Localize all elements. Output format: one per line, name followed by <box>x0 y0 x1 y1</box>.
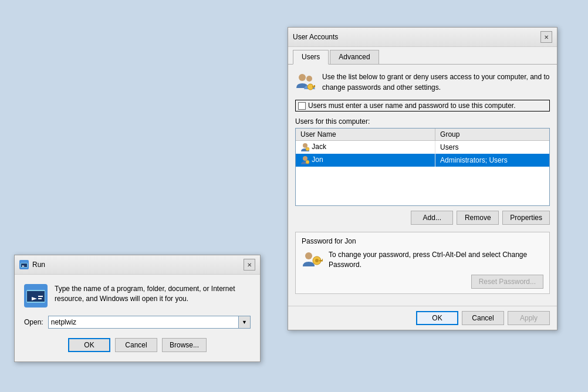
ua-content: Use the list below to grant or deny user… <box>288 65 557 306</box>
run-close-button[interactable]: ✕ <box>244 259 255 271</box>
svg-rect-13 <box>312 86 315 87</box>
tab-advanced[interactable]: Advanced <box>330 50 379 65</box>
svg-rect-8 <box>38 296 43 297</box>
col-username: User Name <box>296 129 435 141</box>
properties-button[interactable]: Properties <box>502 211 550 225</box>
svg-point-18 <box>306 160 309 164</box>
run-browse-button[interactable]: Browse... <box>162 338 207 352</box>
ua-ok-button[interactable]: OK <box>416 311 458 325</box>
run-open-input-wrap: ▼ <box>48 316 251 329</box>
ua-titlebar: User Accounts ✕ <box>288 28 557 47</box>
ua-checkbox-row[interactable]: Users must enter a user name and passwor… <box>295 100 550 111</box>
run-open-input[interactable] <box>48 316 239 329</box>
run-open-row: Open: ▼ <box>24 316 251 329</box>
run-body: Type the name of a program, folder, docu… <box>15 275 260 361</box>
run-large-icon <box>24 284 48 307</box>
run-title-icon <box>19 260 29 269</box>
ua-action-buttons: Add... Remove Properties <box>295 211 550 225</box>
svg-point-19 <box>305 252 312 259</box>
table-row-empty <box>296 180 549 192</box>
svg-point-11 <box>306 76 312 82</box>
ua-password-title: Password for Jon <box>302 237 543 245</box>
ua-tabs: Users Advanced <box>288 47 557 65</box>
ua-password-btn-row: Reset Password... <box>329 275 543 289</box>
user-name-cell: Jack <box>296 141 435 154</box>
add-button[interactable]: Add... <box>411 211 453 225</box>
run-description: Type the name of a program, folder, docu… <box>55 284 251 304</box>
run-open-dropdown[interactable]: ▼ <box>239 316 251 329</box>
ua-section-label: Users for this computer: <box>295 117 550 126</box>
ua-table: User Name Group <box>296 129 549 205</box>
table-row[interactable]: Jon Administrators; Users <box>296 154 549 167</box>
run-dialog: Run ✕ Type the name of a program, folder… <box>14 255 261 362</box>
run-ok-button[interactable]: OK <box>68 338 110 352</box>
svg-rect-23 <box>322 259 323 261</box>
ua-password-content: To change your password, press Ctrl-Alt-… <box>302 250 543 289</box>
run-buttons: OK Cancel Browse... <box>24 338 251 352</box>
ua-checkbox-label: Users must enter a user name and passwor… <box>308 102 516 110</box>
ua-apply-button[interactable]: Apply <box>508 311 550 325</box>
run-titlebar: Run ✕ <box>15 255 260 275</box>
svg-rect-2 <box>21 263 27 267</box>
ua-table-container: User Name Group <box>295 128 550 206</box>
ua-bottom-buttons: OK Cancel Apply <box>288 306 557 330</box>
svg-point-17 <box>303 156 307 161</box>
col-group: Group <box>435 129 549 141</box>
run-cancel-button[interactable]: Cancel <box>115 338 157 352</box>
ua-checkbox[interactable] <box>298 102 306 110</box>
remove-button[interactable]: Remove <box>457 211 499 225</box>
ua-dialog-title: User Accounts <box>293 33 338 41</box>
run-content: Type the name of a program, folder, docu… <box>24 284 251 307</box>
tab-users[interactable]: Users <box>293 50 329 65</box>
svg-point-15 <box>303 143 307 148</box>
user-jon-icon <box>300 156 310 165</box>
ua-close-button[interactable]: ✕ <box>540 31 552 43</box>
user-accounts-dialog: User Accounts ✕ Users Advanced <box>288 27 557 330</box>
svg-rect-9 <box>38 298 42 299</box>
ua-users-icon <box>295 72 316 93</box>
user-group-cell: Users <box>435 141 549 154</box>
svg-point-21 <box>315 259 319 262</box>
ua-cancel-button[interactable]: Cancel <box>462 311 504 325</box>
svg-point-10 <box>299 74 306 81</box>
user-group-cell: Administrators; Users <box>435 154 549 167</box>
table-row-empty <box>296 167 549 180</box>
user-jack-icon <box>300 143 310 152</box>
ua-header-text: Use the list below to grant or deny user… <box>322 72 550 93</box>
reset-password-button[interactable]: Reset Password... <box>471 275 543 289</box>
ua-password-section: Password for Jon To change your password… <box>295 232 550 294</box>
ua-password-text: To change your password, press Ctrl-Alt-… <box>329 251 527 269</box>
run-dialog-title: Run <box>32 261 45 269</box>
table-row[interactable]: Jack Users <box>296 141 549 154</box>
table-row-empty <box>296 192 549 205</box>
ua-header-row: Use the list below to grant or deny user… <box>295 72 550 93</box>
svg-rect-14 <box>314 85 315 86</box>
user-name-cell: Jon <box>296 154 435 167</box>
ua-password-icon <box>302 250 323 271</box>
svg-point-16 <box>306 147 309 151</box>
run-open-label: Open: <box>24 318 43 326</box>
ua-body: Users Advanced Use th <box>288 47 557 330</box>
run-titlebar-left: Run <box>19 260 45 269</box>
